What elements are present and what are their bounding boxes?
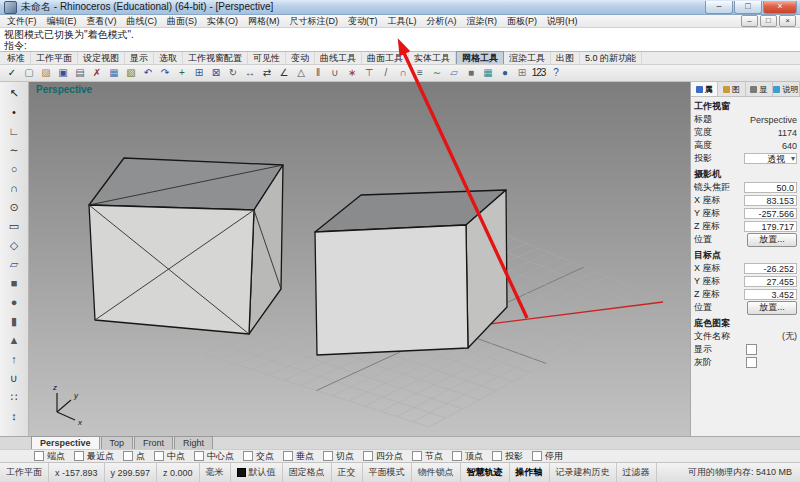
menu-item[interactable]: 实体(O) — [202, 15, 243, 28]
open-file-button[interactable]: ▨ — [37, 66, 54, 81]
cone-button[interactable]: ▲ — [4, 331, 25, 350]
osnap-checkbox[interactable] — [243, 451, 253, 461]
osnap-toggle[interactable]: 点 — [123, 450, 145, 463]
circle-button[interactable]: ○ — [4, 160, 25, 179]
grid-options-button[interactable]: ⊞ — [513, 66, 530, 81]
sphere-button[interactable]: ● — [4, 293, 25, 312]
arc-button[interactable]: ∩ — [4, 179, 25, 198]
property-value-field[interactable]: 50.0 — [744, 182, 797, 193]
property-value-field[interactable]: 1174 — [744, 128, 797, 138]
new-file-button[interactable]: ▢ — [20, 66, 37, 81]
status-toggle[interactable]: 过滤器 — [617, 463, 657, 482]
property-value-field[interactable]: -257.566 — [744, 208, 797, 219]
property-value-field[interactable]: 透视 — [744, 153, 797, 164]
toolbar-tab[interactable]: 出图 — [551, 52, 580, 64]
zoom-window-button[interactable]: ⊞ — [190, 66, 207, 81]
property-value-field[interactable]: 640 — [744, 141, 797, 151]
place-button[interactable]: 放置... — [747, 301, 797, 315]
property-checkbox[interactable] — [746, 344, 757, 355]
toolbar-tab[interactable]: 渲染工具 — [504, 52, 551, 64]
split-button[interactable]: / — [377, 66, 394, 81]
toolbar-tab[interactable]: 曲面工具 — [362, 52, 409, 64]
help-button[interactable]: ? — [547, 66, 564, 81]
close-button[interactable]: × — [763, 1, 797, 14]
maximize-button[interactable]: □ — [734, 1, 762, 14]
menu-item[interactable]: 曲线(C) — [122, 15, 163, 28]
select-pointer-button[interactable]: ↖ — [4, 84, 25, 103]
paste-button[interactable]: ▧ — [122, 66, 139, 81]
toolbar-tab[interactable]: 网格工具 — [456, 51, 504, 64]
zoom-extents-button[interactable]: ⊠ — [207, 66, 224, 81]
copy-button[interactable]: ▦ — [105, 66, 122, 81]
toolbar-tab[interactable]: 工作平面 — [31, 52, 78, 64]
trim-button[interactable]: ⊤ — [360, 66, 377, 81]
save-button[interactable]: ▣ — [54, 66, 71, 81]
property-value-field[interactable]: Perspective — [744, 115, 797, 125]
osnap-checkbox[interactable] — [123, 451, 133, 461]
menu-item[interactable]: 查看(V) — [82, 15, 122, 28]
osnap-toggle[interactable]: 端点 — [34, 450, 65, 463]
mesh-box-object[interactable] — [89, 158, 283, 334]
osnap-toggle[interactable]: 投影 — [492, 450, 523, 463]
mdi-minimize-button[interactable]: – — [741, 15, 758, 27]
curve-button[interactable]: ∼ — [4, 141, 25, 160]
explode-button[interactable]: ∗ — [343, 66, 360, 81]
status-toggle[interactable]: 固定格点 — [283, 463, 332, 482]
viewport-tab[interactable]: Perspective — [31, 436, 100, 449]
display-tab[interactable]: 显 — [746, 82, 773, 96]
menu-item[interactable]: 分析(A) — [422, 15, 462, 28]
osnap-toggle[interactable]: 中点 — [154, 450, 185, 463]
menu-item[interactable]: 文件(F) — [2, 15, 42, 28]
rotate-button[interactable]: ∠ — [275, 66, 292, 81]
menu-item[interactable]: 说明(H) — [542, 15, 583, 28]
viewport-tab[interactable]: Right — [174, 436, 213, 449]
pan-view-button[interactable]: + — [173, 66, 190, 81]
mdi-restore-button[interactable]: □ — [760, 15, 777, 27]
count-123-button[interactable]: 123 — [530, 66, 547, 81]
command-area[interactable]: 视图模式已切换为"着色模式". 指令: — [0, 28, 800, 52]
minimize-button[interactable]: – — [705, 1, 733, 14]
osnap-toggle[interactable]: 交点 — [243, 450, 274, 463]
menu-item[interactable]: 变动(T) — [343, 15, 383, 28]
toolbar-tab[interactable]: 标准 — [2, 52, 31, 64]
mirror-button[interactable]: ‖ — [309, 66, 326, 81]
box-button[interactable]: ■ — [4, 274, 25, 293]
osnap-checkbox[interactable] — [323, 451, 333, 461]
property-checkbox[interactable] — [746, 357, 757, 368]
toolbar-tab[interactable]: 曲线工具 — [315, 52, 362, 64]
help-tab[interactable]: 说明 — [773, 82, 800, 96]
toolbar-tab[interactable]: 实体工具 — [409, 52, 456, 64]
offset-button[interactable]: ≡ — [411, 66, 428, 81]
cut-button[interactable]: ✗ — [88, 66, 105, 81]
move-button[interactable]: ↔ — [241, 66, 258, 81]
status-toggle[interactable]: 物件锁点 — [412, 463, 461, 482]
rectangle-button[interactable]: ▭ — [4, 217, 25, 236]
cplane-pane[interactable]: 工作平面 — [0, 463, 49, 482]
osnap-checkbox[interactable] — [74, 451, 84, 461]
status-toggle[interactable]: 记录建构历史 — [550, 463, 617, 482]
curve-tools-button[interactable]: ∼ — [428, 66, 445, 81]
osnap-checkbox[interactable] — [34, 451, 44, 461]
osnap-checkbox[interactable] — [492, 451, 502, 461]
toolbar-tab[interactable]: 变动 — [286, 52, 315, 64]
print-button[interactable]: ▤ — [71, 66, 88, 81]
join-button[interactable]: ∪ — [326, 66, 343, 81]
menu-item[interactable]: 曲面(S) — [162, 15, 202, 28]
property-value-field[interactable]: 179.717 — [744, 221, 797, 232]
layer-pane[interactable]: 默认值 — [231, 463, 283, 482]
solid-tools-button[interactable]: ■ — [462, 66, 479, 81]
viewport-tab[interactable]: Front — [134, 436, 173, 449]
units-pane[interactable]: 毫米 — [200, 463, 231, 482]
viewport-title[interactable]: Perspective — [36, 84, 92, 95]
osnap-toggle[interactable]: 节点 — [412, 450, 443, 463]
fillet-button[interactable]: ∩ — [394, 66, 411, 81]
viewport-3d[interactable]: x y z Perspective — [29, 82, 690, 436]
dimension-button[interactable]: ↕ — [4, 407, 25, 426]
property-value-field[interactable]: 27.455 — [744, 276, 797, 287]
surface-tools-button[interactable]: ▱ — [445, 66, 462, 81]
status-toggle[interactable]: 正交 — [332, 463, 363, 482]
menu-item[interactable]: 尺寸标注(D) — [285, 15, 344, 28]
osnap-checkbox[interactable] — [194, 451, 204, 461]
property-value-field[interactable]: 3.452 — [744, 289, 797, 300]
osnap-toggle[interactable]: 四分点 — [363, 450, 403, 463]
